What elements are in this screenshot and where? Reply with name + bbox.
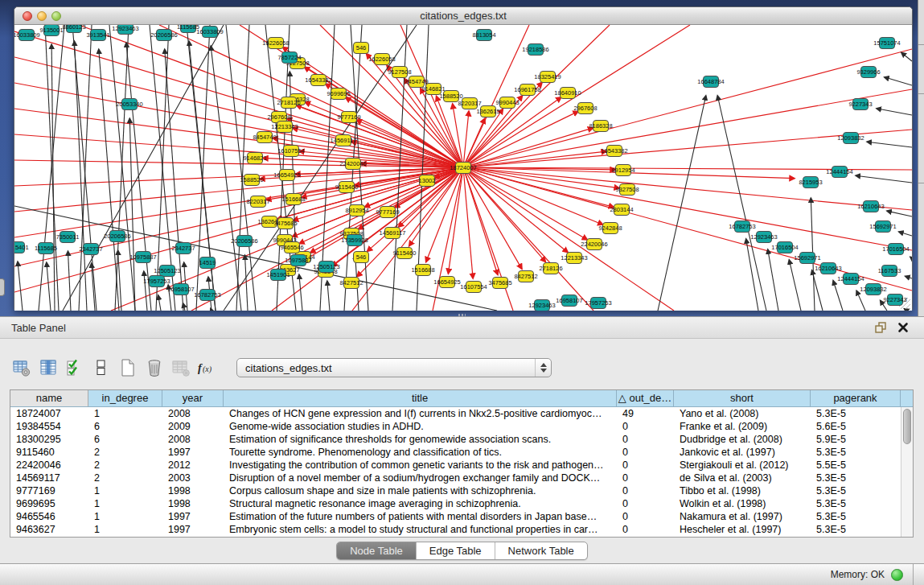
graph-node[interactable]: 2718126	[543, 262, 559, 274]
table-cell[interactable]: 14569117	[10, 472, 88, 484]
graph-node[interactable]: 10975887	[290, 254, 306, 266]
graph-node[interactable]: 18640910	[560, 87, 576, 99]
table-cell[interactable]: Wolkin et al. (1998)	[674, 497, 811, 510]
table-cell[interactable]: 0	[617, 484, 674, 497]
table-cell[interactable]: Disruption of a novel member of a sodium…	[224, 472, 617, 484]
table-cell[interactable]: 0	[617, 472, 674, 484]
tab-network-table[interactable]: Network Table	[495, 542, 587, 559]
table-cell[interactable]: 1997	[162, 446, 224, 459]
column-header-pagerank[interactable]: pagerank	[811, 390, 901, 406]
table-row[interactable]: 946554611997Estimation of the future num…	[10, 510, 901, 523]
graph-node[interactable]: 1115685	[38, 242, 54, 254]
table-cell[interactable]: 5.5E-5	[811, 459, 901, 472]
table-cell[interactable]: 9777169	[10, 484, 88, 497]
graph-node[interactable]: 9127508	[392, 66, 408, 78]
row-height-icon[interactable]	[91, 357, 112, 378]
graph-node[interactable]: 17016504	[777, 241, 793, 253]
collapsed-panel-handle[interactable]	[0, 278, 5, 296]
table-row[interactable]: 1830029562008Estimation of significance …	[10, 433, 901, 446]
graph-node[interactable]: 9699695	[331, 88, 347, 100]
network-view-window[interactable]: citations_edges.txt 54616226058912750884…	[14, 6, 913, 311]
table-cell[interactable]: Yano et al. (2008)	[674, 407, 811, 420]
graph-node[interactable]: 8813054	[476, 29, 492, 41]
graph-node[interactable]: 7350011	[60, 231, 76, 243]
graph-node[interactable]: 8220317	[462, 97, 478, 109]
table-cell[interactable]: 1997	[162, 523, 224, 536]
table-cell[interactable]: Investigating the contribution of common…	[224, 459, 617, 472]
tab-edge-table[interactable]: Edge Table	[417, 542, 495, 559]
table-cell[interactable]: 5.3E-5	[811, 510, 901, 523]
graph-node[interactable]: 16210643	[863, 200, 879, 212]
table-cell[interactable]: Jankovic et al. (1997)	[674, 446, 811, 459]
graph-node[interactable]: 16958107	[561, 295, 577, 307]
graph-node[interactable]: 2718126	[281, 97, 297, 109]
graph-node[interactable]: 20053340	[121, 98, 138, 110]
graph-node[interactable]: 1451901	[270, 269, 286, 281]
graph-node[interactable]: 546	[353, 42, 369, 54]
graph-node[interactable]: 1588520	[443, 90, 459, 102]
table-cell[interactable]: Stergiakouli et al. (2012)	[674, 459, 811, 472]
graph-node[interactable]: 8860123	[66, 25, 82, 33]
graph-node[interactable]: 16543382	[310, 74, 326, 86]
table-cell[interactable]: 22420046	[10, 459, 88, 472]
table-cell[interactable]: de Silva et al. (2003)	[674, 472, 811, 484]
table-cell[interactable]: 2003	[162, 472, 224, 484]
table-cell[interactable]: 0	[617, 523, 674, 536]
graph-node[interactable]: 9146821	[247, 152, 263, 164]
graph-node[interactable]: 16782753	[734, 220, 750, 233]
graph-node[interactable]: 9777169	[380, 206, 396, 218]
graph-node[interactable]: 9327508	[619, 183, 635, 196]
table-cell[interactable]: 5.3E-5	[811, 523, 901, 536]
float-panel-icon[interactable]	[873, 320, 889, 335]
table-cell[interactable]: Structural magnetic resonance image aver…	[224, 497, 617, 510]
graph-node[interactable]: 22420046	[586, 238, 602, 250]
graph-node[interactable]: 15692971	[875, 220, 891, 233]
graph-node[interactable]: 20206586	[109, 230, 125, 242]
graph-node[interactable]: 12923463	[756, 231, 772, 243]
table-selector-dropdown[interactable]: citations_edges.txt	[236, 358, 552, 377]
graph-node[interactable]: 9990443	[499, 97, 515, 109]
graph-node[interactable]: 1516688	[415, 264, 431, 276]
graph-node[interactable]: 8427512	[518, 270, 534, 282]
table-cell[interactable]: Genome-wide association studies in ADHD.	[224, 420, 617, 433]
table-cell[interactable]: 5.3E-5	[811, 407, 901, 420]
graph-node[interactable]: 14519	[199, 257, 216, 269]
table-cell[interactable]: 0	[617, 510, 674, 523]
table-cell[interactable]: 19384554	[10, 420, 88, 433]
graph-node[interactable]: 16654925	[439, 276, 455, 288]
graph-node[interactable]: 1362615	[480, 105, 496, 117]
table-row[interactable]: 1872400712008Changes of HCN gene express…	[10, 407, 901, 420]
table-cell[interactable]: 2008	[162, 407, 224, 420]
graph-node[interactable]: 1167533	[881, 265, 897, 277]
graph-node[interactable]: 9465546	[284, 241, 300, 253]
table-cell[interactable]: 18724007	[10, 407, 88, 420]
table-scrollbar[interactable]	[901, 407, 913, 537]
graph-node[interactable]: 16107554	[466, 281, 482, 293]
graph-node[interactable]: 1362615	[261, 216, 277, 228]
graph-node[interactable]: 12093832	[865, 283, 881, 295]
graph-node[interactable]: 12505123	[318, 261, 335, 273]
column-header-year[interactable]: year	[162, 390, 224, 406]
table-cell[interactable]: 9463627	[10, 523, 88, 536]
table-cell[interactable]: Tourette syndrome. Phenomenology and cla…	[224, 446, 617, 459]
table-row[interactable]: 946362711997Embryonic stem cells: a mode…	[10, 523, 901, 536]
table-cell[interactable]: 5.9E-5	[811, 433, 901, 446]
table-row[interactable]: 911546021997Tourette syndrome. Phenomeno…	[10, 446, 901, 459]
graph-node[interactable]: 20206586	[236, 235, 253, 247]
table-cell[interactable]: 2008	[162, 433, 224, 446]
close-panel-icon[interactable]	[895, 320, 911, 335]
table-cell[interactable]: 5.6E-5	[811, 420, 901, 433]
table-row[interactable]: 969969511998Structural magnetic resonanc…	[10, 497, 901, 510]
graph-node[interactable]: 9242848	[602, 222, 618, 234]
graph-node[interactable]: 9146821	[425, 83, 441, 95]
table-cell[interactable]: 1	[88, 484, 162, 497]
graph-node[interactable]: 16107554	[283, 145, 299, 157]
table-row[interactable]: 1938455462009Genome-wide association stu…	[10, 420, 901, 433]
table-cell[interactable]: 1	[88, 523, 162, 536]
graph-node[interactable]: 2803144	[614, 204, 630, 216]
table-cell[interactable]: 0	[617, 420, 674, 433]
graph-node[interactable]: 15751074	[879, 37, 895, 49]
table-cell[interactable]: 5.3E-5	[811, 472, 901, 484]
graph-node[interactable]: 20206586	[156, 29, 172, 41]
scrollbar-thumb[interactable]	[903, 409, 911, 444]
